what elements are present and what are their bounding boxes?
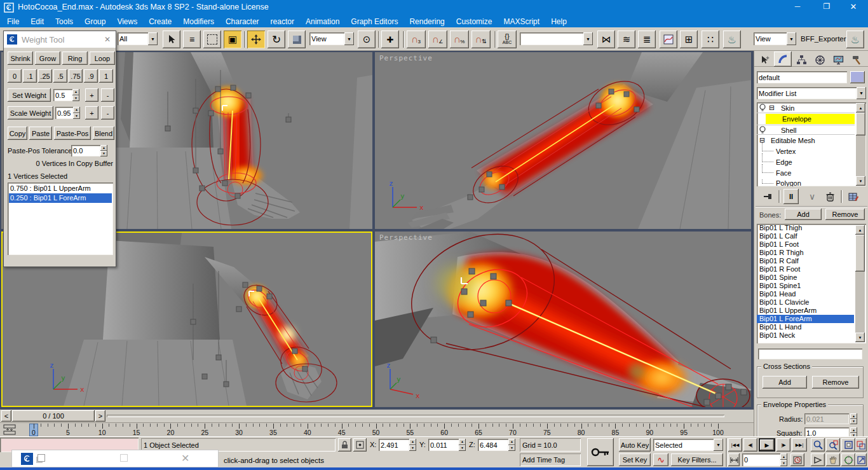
bone-item[interactable]: Bip01 L UpperArm: [757, 307, 854, 315]
time-slider-next-button[interactable]: >: [95, 410, 105, 422]
x-coord-field[interactable]: 2.491: [379, 439, 409, 451]
current-frame-field[interactable]: 0: [742, 453, 780, 466]
auto-key-button[interactable]: Auto Key: [619, 438, 651, 452]
spinner-snap-button[interactable]: ∩⇅: [471, 31, 491, 48]
viewport-label[interactable]: Perspective: [379, 54, 433, 62]
radius-spinner[interactable]: ▲▼: [850, 413, 857, 424]
expand-icon[interactable]: ⊟: [769, 104, 775, 112]
bone-item[interactable]: Bip01 R Thigh: [757, 249, 854, 257]
shrink-button[interactable]: Shrink: [8, 52, 33, 65]
show-end-result-button[interactable]: II: [783, 189, 799, 204]
x-coord-spinner[interactable]: ▲▼: [409, 439, 416, 451]
blend-button[interactable]: Blend: [93, 127, 114, 140]
weight-tool-close-icon[interactable]: ✕: [104, 35, 111, 44]
pin-stack-button[interactable]: [761, 190, 775, 204]
bulb-icon[interactable]: [759, 126, 766, 135]
mirror-button[interactable]: ⋈: [597, 31, 615, 48]
named-selection-sets-button[interactable]: {} ABC: [498, 31, 517, 48]
scroll-down-icon[interactable]: ▼: [856, 176, 865, 186]
z-coord-spinner[interactable]: ▲▼: [508, 439, 515, 451]
tolerance-field[interactable]: 0.0: [71, 145, 100, 156]
quick-render-button[interactable]: ♨: [846, 31, 864, 48]
go-to-end-button[interactable]: ▶▶|: [792, 438, 807, 452]
selection-lock-button[interactable]: [338, 438, 351, 452]
bone-item[interactable]: Bip01 Neck: [757, 331, 854, 340]
stack-row-skin[interactable]: ⊟ Skin: [757, 103, 855, 113]
menu-character[interactable]: Character: [220, 17, 265, 26]
select-and-scale-button[interactable]: [288, 31, 306, 48]
key-filters-button[interactable]: Key Filters...: [671, 453, 723, 466]
set-weight-button[interactable]: Set Weight: [8, 88, 51, 102]
menu-views[interactable]: Views: [111, 17, 143, 26]
zoom-all-button[interactable]: [826, 438, 840, 452]
menu-rendering[interactable]: Rendering: [403, 17, 450, 26]
stack-row-face[interactable]: Face: [757, 168, 855, 178]
tolerance-spinner[interactable]: ▲▼: [100, 145, 107, 156]
named-selection-arrow-icon[interactable]: ▼: [583, 32, 593, 45]
set-key-button[interactable]: Set Key: [619, 453, 651, 466]
scale-weight-spinner[interactable]: ▲▼: [73, 107, 80, 119]
menu-modifiers[interactable]: Modifiers: [177, 17, 220, 26]
bone-item[interactable]: Bip01 Spine1: [757, 282, 854, 290]
grow-button[interactable]: Grow: [35, 52, 60, 65]
set-weight-spinner[interactable]: ▲▼: [72, 89, 79, 101]
menu-customize[interactable]: Customize: [451, 17, 498, 26]
selection-filter-arrow-icon[interactable]: ▼: [148, 32, 158, 45]
key-mode-toggle[interactable]: [728, 453, 740, 466]
select-by-name-button[interactable]: ≡: [183, 31, 201, 48]
stack-row-shell[interactable]: Shell: [757, 125, 855, 135]
configure-modifier-sets-button[interactable]: [846, 190, 861, 204]
previous-frame-button[interactable]: ◀|: [743, 438, 757, 452]
window-crossing-toggle[interactable]: ▣: [224, 31, 241, 48]
restore-button[interactable]: ❐: [817, 2, 836, 11]
mini-window-restore-icon[interactable]: [120, 454, 128, 462]
use-center-button[interactable]: ⊙: [358, 31, 376, 48]
bones-scrollbar[interactable]: ▲ ▼: [855, 225, 865, 342]
menu-file[interactable]: File: [1, 17, 25, 26]
selection-region-button[interactable]: [203, 31, 221, 48]
viewport-bottom-right[interactable]: z y x Perspective: [375, 232, 751, 407]
go-to-start-button[interactable]: |◀◀: [728, 438, 742, 452]
scale-weight-button[interactable]: Scale Weight: [8, 106, 53, 120]
reference-coord-dropdown[interactable]: View: [309, 32, 344, 45]
weight-1-button[interactable]: 1: [99, 69, 113, 83]
bone-item[interactable]: Bip01 R Foot: [757, 265, 854, 273]
weight-tool-titlebar[interactable]: Weight Tool ✕: [4, 31, 116, 48]
y-coord-field[interactable]: 0.011: [428, 439, 459, 451]
copy-button[interactable]: Copy: [8, 127, 27, 140]
loop-button[interactable]: Loop: [90, 52, 115, 65]
weight-0-button[interactable]: 0: [8, 69, 22, 83]
select-object-button[interactable]: [163, 31, 180, 48]
bone-item-selected[interactable]: Bip01 L ForeArm: [757, 315, 854, 323]
zoom-extents-button[interactable]: [841, 438, 855, 452]
weight-075-button[interactable]: .75: [69, 69, 83, 83]
snap-toggle-3d-button[interactable]: ∩3: [407, 31, 426, 48]
viewport-label[interactable]: Perspective: [379, 233, 433, 242]
named-selection-dropdown[interactable]: [520, 32, 583, 45]
bone-name-field[interactable]: [758, 349, 862, 359]
cross-sections-remove-button[interactable]: Remove: [812, 376, 859, 389]
align-button[interactable]: ≋: [618, 31, 635, 48]
time-slider-handle[interactable]: 0 / 100: [12, 410, 95, 422]
weight-025-button[interactable]: .25: [38, 69, 52, 83]
viewport-top-right[interactable]: z y x Perspective: [375, 52, 751, 229]
selection-filter-dropdown[interactable]: All: [118, 32, 148, 45]
menu-tools[interactable]: Tools: [50, 17, 79, 26]
current-frame-spinner[interactable]: ▲▼: [780, 453, 787, 466]
menu-animation[interactable]: Animation: [300, 17, 345, 26]
tab-utilities[interactable]: [848, 53, 865, 67]
play-button[interactable]: ▶: [759, 438, 775, 452]
set-weight-field[interactable]: 0.5: [53, 89, 72, 101]
object-name-field[interactable]: default: [757, 71, 847, 83]
tab-hierarchy[interactable]: [792, 53, 810, 67]
minimize-button[interactable]: ─: [788, 2, 807, 11]
paste-button[interactable]: Paste: [29, 127, 52, 140]
material-editor-button[interactable]: ∷: [702, 31, 719, 48]
squash-spinner[interactable]: ▲▼: [850, 427, 857, 436]
select-and-manipulate-button[interactable]: ✚: [381, 31, 399, 48]
bone-item[interactable]: Bip01 L Calf: [757, 232, 854, 240]
menu-group[interactable]: Group: [79, 17, 111, 26]
stack-scrollbar[interactable]: ▲ ▼: [856, 103, 865, 186]
absolute-offset-toggle[interactable]: [353, 438, 367, 452]
scroll-thumb[interactable]: [856, 113, 865, 135]
